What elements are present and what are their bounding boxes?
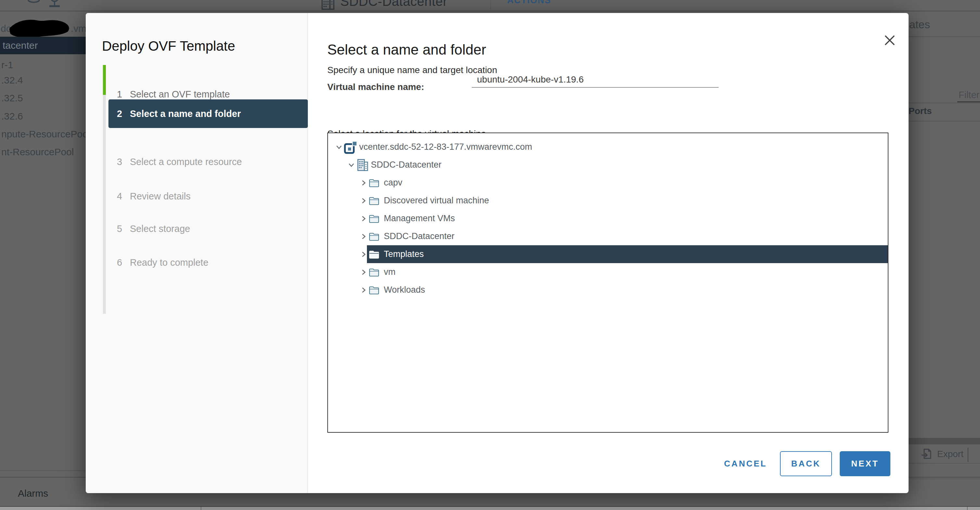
step-number: 3	[117, 152, 122, 172]
chevron-down-icon[interactable]	[334, 143, 344, 152]
nav-vcenter-host[interactable]: dc- .vmw	[0, 20, 86, 37]
step-label: Select a compute resource	[130, 152, 242, 172]
vm-name-label: Virtual machine name:	[327, 82, 424, 92]
filter-input[interactable]: Filter	[959, 90, 979, 100]
object-title: SDDC-Datacenter	[340, 0, 447, 9]
panel-divider-4	[908, 463, 980, 464]
tab-fragment[interactable]: ates	[909, 18, 930, 31]
network-icon	[47, 0, 62, 10]
wizard-steps-panel: Deploy OVF Template 1 Select an OVF temp…	[86, 13, 308, 493]
tree-node-folder-sddc-datacenter[interactable]: SDDC-Datacenter	[328, 227, 888, 245]
chevron-right-icon[interactable]	[359, 285, 368, 295]
folder-icon	[369, 285, 379, 294]
folder-icon	[369, 214, 379, 223]
chevron-right-icon[interactable]	[359, 178, 368, 187]
datacenter-header-icon	[320, 0, 336, 10]
header-divider	[490, 0, 491, 10]
ports-column-header[interactable]: Ports	[908, 106, 932, 116]
status-bar-divider-2	[967, 507, 968, 510]
wizard-step-5[interactable]: 5 Select storage	[86, 219, 308, 238]
panel-divider-3	[908, 121, 980, 121]
export-label: Export	[937, 446, 963, 462]
nav-item-mgmt-pool[interactable]: nt-ResourcePool	[1, 143, 86, 161]
cancel-button[interactable]: CANCEL	[719, 451, 772, 476]
tree-node-label: vcenter.sddc-52-12-83-177.vmwarevmc.com	[359, 138, 532, 156]
tree-node-label: Workloads	[384, 281, 425, 299]
table-footer-band	[908, 438, 980, 445]
chevron-right-icon[interactable]	[359, 268, 368, 277]
panel-divider-2	[908, 103, 980, 103]
folder-icon	[369, 232, 379, 241]
folder-icon	[369, 178, 379, 187]
panel-divider-1	[908, 37, 980, 37]
folder-icon	[369, 249, 379, 258]
close-icon	[884, 34, 896, 46]
tree-node-folder-templates-selected[interactable]: Templates	[328, 245, 888, 263]
vcenter-icon	[344, 140, 358, 154]
toolbar-divider	[0, 11, 980, 11]
deploy-ovf-dialog: Deploy OVF Template 1 Select an OVF temp…	[86, 13, 908, 493]
nav-item-compute-pool[interactable]: npute-ResourcePoo	[1, 125, 86, 143]
tree-node-label: vm	[384, 263, 396, 281]
chevron-right-icon[interactable]	[359, 196, 368, 205]
tasks-panel-divider	[0, 470, 86, 471]
wizard-step-6[interactable]: 6 Ready to complete	[86, 253, 308, 272]
status-bar	[0, 506, 980, 510]
tree-node-label: SDDC-Datacenter	[371, 156, 442, 174]
tree-node-folder-capv[interactable]: capv	[328, 174, 888, 192]
tree-node-label: Discovered virtual machine	[384, 192, 489, 210]
close-button[interactable]	[879, 30, 900, 51]
back-button[interactable]: BACK	[780, 451, 832, 476]
step-number: 5	[117, 219, 122, 238]
status-bar-divider-1	[200, 507, 201, 510]
step-label: Ready to complete	[130, 253, 208, 272]
nav-item-host-2[interactable]: .32.5	[1, 89, 86, 107]
page-title: Select a name and folder	[327, 41, 486, 58]
tree-node-label: capv	[384, 174, 402, 192]
next-button[interactable]: NEXT	[840, 451, 890, 476]
tree-node-label: Templates	[384, 245, 424, 263]
tree-node-datacenter[interactable]: SDDC-Datacenter	[328, 156, 888, 174]
tree-node-vcenter[interactable]: vcenter.sddc-52-12-83-177.vmwarevmc.com	[328, 138, 888, 156]
dialog-title: Deploy OVF Template	[102, 38, 235, 54]
nav-item-host-1[interactable]: .32.4	[1, 72, 86, 89]
tree-node-folder-management-vms[interactable]: Management VMs	[328, 210, 888, 227]
tree-node-label: Management VMs	[384, 210, 455, 227]
tree-node-label: SDDC-Datacenter	[384, 227, 455, 245]
step-label: Select a name and folder	[130, 99, 241, 128]
chevron-right-icon[interactable]	[359, 214, 368, 223]
datacenter-icon	[356, 159, 369, 172]
panel-divider-5	[908, 478, 980, 479]
nav-item-cluster[interactable]: r-1	[1, 56, 86, 74]
chevron-right-icon[interactable]	[359, 232, 368, 241]
wizard-step-3[interactable]: 3 Select a compute resource	[86, 152, 308, 172]
storage-icon	[27, 0, 40, 5]
step-number: 6	[117, 253, 122, 272]
footer-divider	[968, 448, 968, 462]
filter-underline	[957, 101, 980, 102]
wizard-step-2-active[interactable]: 2 Select a name and folder	[108, 99, 308, 128]
actions-menu[interactable]: ACTIONS	[507, 0, 551, 6]
vm-name-input[interactable]	[472, 72, 719, 88]
folder-tree: vcenter.sddc-52-12-83-177.vmwarevmc.com	[327, 132, 888, 433]
step-label: Review details	[130, 186, 191, 206]
export-button[interactable]: Export	[919, 446, 980, 462]
tree-node-folder-workloads[interactable]: Workloads	[328, 281, 888, 299]
folder-icon	[369, 196, 379, 205]
step-label: Select storage	[130, 219, 190, 238]
tree-node-folder-discovered-vm[interactable]: Discovered virtual machine	[328, 192, 888, 210]
chevron-down-icon[interactable]	[347, 161, 356, 170]
folder-icon	[369, 267, 379, 276]
redaction-scribble	[8, 19, 72, 38]
chevron-right-icon[interactable]	[359, 250, 368, 259]
alarms-panel-header[interactable]: Alarms	[18, 488, 48, 499]
step-number: 4	[117, 186, 122, 206]
nav-item-host-3[interactable]: .32.6	[1, 108, 86, 125]
tree-node-folder-vm[interactable]: vm	[328, 263, 888, 281]
nav-item-datacenter-selected[interactable]: tacenter	[0, 37, 86, 54]
wizard-step-4[interactable]: 4 Review details	[86, 186, 308, 206]
step-number: 2	[117, 99, 122, 128]
export-icon	[920, 448, 933, 461]
